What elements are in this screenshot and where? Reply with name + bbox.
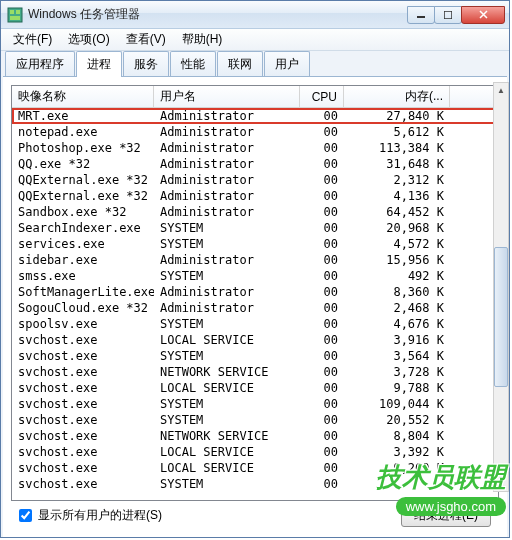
- cell-name: SearchIndexer.exe: [12, 221, 154, 235]
- menu-file[interactable]: 文件(F): [5, 29, 60, 50]
- table-row[interactable]: services.exeSYSTEM004,572 K: [12, 236, 498, 252]
- table-row[interactable]: SoftManagerLite.exe...Administrator008,3…: [12, 284, 498, 300]
- tab-networking[interactable]: 联网: [217, 51, 263, 77]
- table-row[interactable]: Sandbox.exe *32Administrator0064,452 K: [12, 204, 498, 220]
- window-title: Windows 任务管理器: [28, 6, 407, 23]
- scrollbar[interactable]: ▲: [493, 82, 509, 492]
- tab-services[interactable]: 服务: [123, 51, 169, 77]
- cell-cpu: 00: [300, 477, 344, 491]
- cell-user: SYSTEM: [154, 237, 300, 251]
- table-row[interactable]: QQExternal.exe *32Administrator002,312 K: [12, 172, 498, 188]
- minimize-button[interactable]: [407, 6, 435, 24]
- table-row[interactable]: SogouCloud.exe *32Administrator002,468 K: [12, 300, 498, 316]
- maximize-button[interactable]: [434, 6, 462, 24]
- table-row[interactable]: svchost.exeNETWORK SERVICE008,804 K: [12, 428, 498, 444]
- column-memory[interactable]: 内存(...: [344, 86, 450, 107]
- cell-name: svchost.exe: [12, 381, 154, 395]
- cell-user: LOCAL SERVICE: [154, 461, 300, 475]
- menu-help[interactable]: 帮助(H): [174, 29, 231, 50]
- table-row[interactable]: svchost.exeSYSTEM003,564 K: [12, 348, 498, 364]
- svg-rect-5: [444, 11, 452, 19]
- cell-cpu: 00: [300, 109, 344, 123]
- cell-mem: 4,136 K: [344, 189, 450, 203]
- cell-mem: 3,564 K: [344, 349, 450, 363]
- cell-cpu: 00: [300, 221, 344, 235]
- column-image-name[interactable]: 映像名称: [12, 86, 154, 107]
- table-row[interactable]: SearchIndexer.exeSYSTEM0020,968 K: [12, 220, 498, 236]
- table-row[interactable]: QQExternal.exe *32Administrator004,136 K: [12, 188, 498, 204]
- table-row[interactable]: svchost.exeLOCAL SERVICE009,260 K: [12, 460, 498, 476]
- cell-user: Administrator: [154, 141, 300, 155]
- cell-mem: 20,552 K: [344, 413, 450, 427]
- cell-name: spoolsv.exe: [12, 317, 154, 331]
- cell-cpu: 00: [300, 301, 344, 315]
- tab-processes[interactable]: 进程: [76, 51, 122, 77]
- menubar: 文件(F) 选项(O) 查看(V) 帮助(H): [1, 29, 509, 51]
- cell-user: LOCAL SERVICE: [154, 333, 300, 347]
- table-row[interactable]: svchost.exeSYSTEM00: [12, 476, 498, 492]
- table-row[interactable]: spoolsv.exeSYSTEM004,676 K: [12, 316, 498, 332]
- task-manager-window: Windows 任务管理器 文件(F) 选项(O) 查看(V) 帮助(H) 应用…: [0, 0, 510, 538]
- close-button[interactable]: [461, 6, 505, 24]
- cell-cpu: 00: [300, 317, 344, 331]
- table-row[interactable]: svchost.exeSYSTEM0020,552 K: [12, 412, 498, 428]
- cell-mem: 113,384 K: [344, 141, 450, 155]
- footer: 显示所有用户的进程(S) 结束进程(E): [11, 501, 499, 529]
- app-icon: [7, 7, 23, 23]
- cell-mem: 4,676 K: [344, 317, 450, 331]
- table-row[interactable]: notepad.exeAdministrator005,612 K: [12, 124, 498, 140]
- cell-cpu: 00: [300, 157, 344, 171]
- table-row[interactable]: svchost.exeLOCAL SERVICE003,392 K: [12, 444, 498, 460]
- cell-name: services.exe: [12, 237, 154, 251]
- cell-mem: 492 K: [344, 269, 450, 283]
- window-buttons: [407, 6, 505, 24]
- cell-cpu: 00: [300, 445, 344, 459]
- cell-name: QQExternal.exe *32: [12, 173, 154, 187]
- cell-mem: 3,392 K: [344, 445, 450, 459]
- cell-mem: 4,572 K: [344, 237, 450, 251]
- scroll-up-arrow-icon[interactable]: ▲: [494, 83, 508, 97]
- end-process-button[interactable]: 结束进程(E): [401, 504, 491, 527]
- cell-name: MRT.exe: [12, 109, 154, 123]
- table-row[interactable]: QQ.exe *32Administrator0031,648 K: [12, 156, 498, 172]
- tab-users[interactable]: 用户: [264, 51, 310, 77]
- column-user-name[interactable]: 用户名: [154, 86, 300, 107]
- tab-performance[interactable]: 性能: [170, 51, 216, 77]
- scrollbar-thumb[interactable]: [494, 247, 508, 387]
- cell-name: svchost.exe: [12, 461, 154, 475]
- cell-user: Administrator: [154, 301, 300, 315]
- cell-mem: 5,612 K: [344, 125, 450, 139]
- cell-cpu: 00: [300, 413, 344, 427]
- table-row[interactable]: sidebar.exeAdministrator0015,956 K: [12, 252, 498, 268]
- cell-mem: 3,728 K: [344, 365, 450, 379]
- cell-user: Administrator: [154, 157, 300, 171]
- cell-name: sidebar.exe: [12, 253, 154, 267]
- show-all-users-checkbox[interactable]: [19, 509, 32, 522]
- cell-mem: 2,312 K: [344, 173, 450, 187]
- cell-name: svchost.exe: [12, 365, 154, 379]
- cell-cpu: 00: [300, 429, 344, 443]
- cell-name: svchost.exe: [12, 349, 154, 363]
- table-row[interactable]: smss.exeSYSTEM00492 K: [12, 268, 498, 284]
- cell-mem: 8,804 K: [344, 429, 450, 443]
- table-row[interactable]: svchost.exeLOCAL SERVICE003,916 K: [12, 332, 498, 348]
- table-row[interactable]: svchost.exeNETWORK SERVICE003,728 K: [12, 364, 498, 380]
- list-body[interactable]: MRT.exeAdministrator0027,840 Knotepad.ex…: [12, 108, 498, 500]
- cell-mem: 64,452 K: [344, 205, 450, 219]
- cell-user: Administrator: [154, 285, 300, 299]
- cell-cpu: 00: [300, 253, 344, 267]
- tab-applications[interactable]: 应用程序: [5, 51, 75, 77]
- table-row[interactable]: svchost.exeLOCAL SERVICE009,788 K: [12, 380, 498, 396]
- titlebar[interactable]: Windows 任务管理器: [1, 1, 509, 29]
- menu-options[interactable]: 选项(O): [60, 29, 117, 50]
- column-cpu[interactable]: CPU: [300, 86, 344, 107]
- table-row[interactable]: svchost.exeSYSTEM00109,044 K: [12, 396, 498, 412]
- table-row[interactable]: Photoshop.exe *32Administrator00113,384 …: [12, 140, 498, 156]
- list-header: 映像名称 用户名 CPU 内存(...: [12, 86, 498, 108]
- menu-view[interactable]: 查看(V): [118, 29, 174, 50]
- cell-user: SYSTEM: [154, 349, 300, 363]
- cell-cpu: 00: [300, 285, 344, 299]
- table-row[interactable]: MRT.exeAdministrator0027,840 K: [12, 108, 498, 124]
- cell-cpu: 00: [300, 333, 344, 347]
- cell-cpu: 00: [300, 397, 344, 411]
